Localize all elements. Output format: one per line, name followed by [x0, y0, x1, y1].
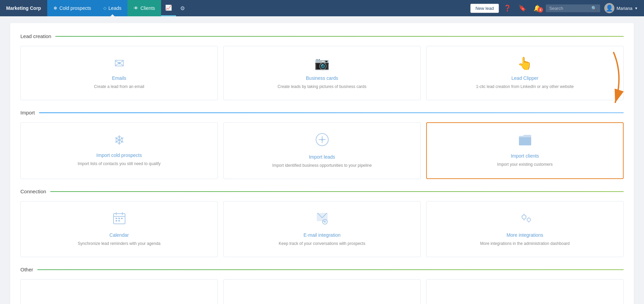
lead-clipper-title: Lead Clipper — [511, 75, 538, 81]
lead-creation-cards: ✉ Emails Create a lead from an email 📷 B… — [20, 46, 624, 100]
svg-rect-13 — [118, 220, 120, 221]
card-more-integrations[interactable]: More integrations More integrations in t… — [426, 201, 624, 257]
section-other: Other — [20, 267, 624, 304]
nav-tab-leads-label: Leads — [108, 5, 121, 11]
bookmarks-icon[interactable]: 🔖 — [516, 4, 529, 12]
email-integration-icon — [315, 212, 329, 228]
import-cold-prospects-icon: ❄ — [114, 133, 125, 148]
svg-rect-10 — [118, 218, 120, 219]
nav-tab-clients-label: Clients — [140, 5, 155, 11]
svg-rect-9 — [116, 218, 117, 219]
notifications-icon[interactable]: 🔔 4 — [531, 4, 544, 12]
search-icon: 🔍 — [591, 6, 597, 11]
business-cards-title: Business cards — [306, 75, 338, 81]
connection-cards: Calendar Synchronize lead reminders with… — [20, 201, 624, 257]
emails-desc: Create a lead from an email — [94, 84, 144, 90]
section-import-title: Import — [20, 110, 35, 115]
section-other-line — [37, 269, 624, 270]
nav-tab-clients[interactable]: 👁 Clients — [127, 0, 161, 16]
calendar-icon — [113, 212, 126, 228]
cold-prospects-icon: ❄ — [53, 5, 57, 11]
more-integrations-title: More integrations — [506, 232, 543, 238]
new-lead-button[interactable]: New lead — [470, 4, 499, 13]
emails-title: Emails — [112, 75, 126, 81]
nav-tab-cold-prospects-label: Cold prospects — [59, 5, 91, 11]
card-lead-clipper[interactable]: 👆 Lead Clipper 1-clic lead creation from… — [426, 46, 624, 100]
top-navigation: Marketing Corp ❄ Cold prospects ◇ Leads … — [0, 0, 644, 16]
section-other-title: Other — [20, 267, 33, 272]
section-lead-creation: Lead creation ✉ Emails Create a lead fro… — [20, 33, 624, 100]
lead-clipper-icon: 👆 — [517, 56, 533, 71]
more-integrations-icon — [518, 212, 532, 228]
card-import-leads[interactable]: Import leads Import identified business … — [223, 122, 421, 179]
card-import-clients[interactable]: Import clients Import your existing cust… — [426, 122, 624, 179]
section-import: Import ❄ Import cold prospects Import li… — [20, 110, 624, 179]
import-leads-icon — [315, 133, 329, 149]
email-integration-desc: Keep track of your conversations with pr… — [279, 240, 365, 247]
help-icon[interactable]: ❓ — [501, 4, 514, 12]
calendar-title: Calendar — [109, 232, 129, 238]
more-integrations-desc: More integrations in the administration … — [480, 240, 570, 247]
section-connection-title: Connection — [20, 189, 46, 194]
svg-rect-11 — [121, 218, 123, 219]
nav-right: New lead ❓ 🔖 🔔 4 🔍 👤 Mariana ▼ — [470, 0, 644, 16]
section-connection: Connection — [20, 189, 624, 257]
svg-rect-12 — [116, 220, 117, 221]
other-cards — [20, 279, 624, 304]
svg-point-17 — [527, 218, 530, 221]
notification-badge: 4 — [538, 7, 543, 13]
card-other-2[interactable] — [223, 279, 421, 304]
section-lead-creation-title: Lead creation — [20, 33, 51, 39]
card-email-integration[interactable]: E-mail integration Keep track of your co… — [223, 201, 421, 257]
import-cold-prospects-desc: Import lists of contacts you still need … — [77, 161, 160, 167]
business-cards-desc: Create leads by taking pictures of busin… — [278, 84, 366, 90]
card-emails[interactable]: ✉ Emails Create a lead from an email — [20, 46, 218, 100]
import-cold-prospects-title: Import cold prospects — [97, 153, 142, 158]
card-other-1[interactable] — [20, 279, 218, 304]
import-cards: ❄ Import cold prospects Import lists of … — [20, 122, 624, 179]
card-other-3[interactable] — [426, 279, 624, 304]
import-clients-title: Import clients — [511, 153, 539, 159]
nav-tabs: ❄ Cold prospects ◇ Leads 👁 Clients — [47, 0, 161, 16]
section-lead-creation-line — [55, 36, 624, 37]
settings-tab[interactable]: ⚙ — [176, 0, 189, 16]
card-calendar[interactable]: Calendar Synchronize lead reminders with… — [20, 201, 218, 257]
search-box[interactable]: 🔍 — [546, 4, 600, 12]
section-connection-header: Connection — [20, 189, 624, 194]
emails-icon: ✉ — [114, 56, 124, 71]
card-business-cards[interactable]: 📷 Business cards Create leads by taking … — [223, 46, 421, 100]
import-leads-title: Import leads — [309, 154, 335, 160]
import-clients-icon — [518, 133, 532, 148]
chart-tab[interactable]: 📈 — [161, 0, 176, 16]
import-clients-desc: Import your existing customers — [497, 161, 553, 167]
content-card: Lead creation ✉ Emails Create a lead fro… — [10, 23, 634, 304]
email-integration-title: E-mail integration — [303, 232, 341, 238]
import-leads-desc: Import identified business opportunities… — [272, 162, 372, 168]
svg-point-16 — [522, 215, 526, 219]
avatar: 👤 — [604, 3, 614, 13]
card-import-cold-prospects[interactable]: ❄ Import cold prospects Import lists of … — [20, 122, 218, 179]
calendar-desc: Synchronize lead reminders with your age… — [78, 240, 160, 247]
nav-icon-tabs: 📈 ⚙ — [161, 0, 189, 16]
username-label: Mariana — [616, 6, 632, 11]
section-connection-line — [50, 191, 624, 192]
business-cards-icon: 📷 — [314, 56, 330, 71]
search-input[interactable] — [549, 6, 589, 11]
svg-point-4 — [321, 139, 323, 141]
nav-tab-leads[interactable]: ◇ Leads — [97, 0, 127, 16]
main-content: Lead creation ✉ Emails Create a lead fro… — [0, 16, 644, 304]
user-menu[interactable]: 👤 Mariana ▼ — [602, 3, 640, 13]
section-import-header: Import — [20, 110, 624, 115]
user-dropdown-icon: ▼ — [634, 6, 638, 10]
section-other-header: Other — [20, 267, 624, 272]
nav-tab-cold-prospects[interactable]: ❄ Cold prospects — [47, 0, 97, 16]
leads-icon: ◇ — [103, 6, 106, 11]
clients-icon: 👁 — [134, 5, 138, 11]
lead-clipper-desc: 1-clic lead creation from LinkedIn or an… — [476, 84, 574, 90]
section-import-line — [39, 112, 624, 113]
section-lead-creation-header: Lead creation — [20, 33, 624, 39]
brand-logo[interactable]: Marketing Corp — [0, 0, 47, 16]
